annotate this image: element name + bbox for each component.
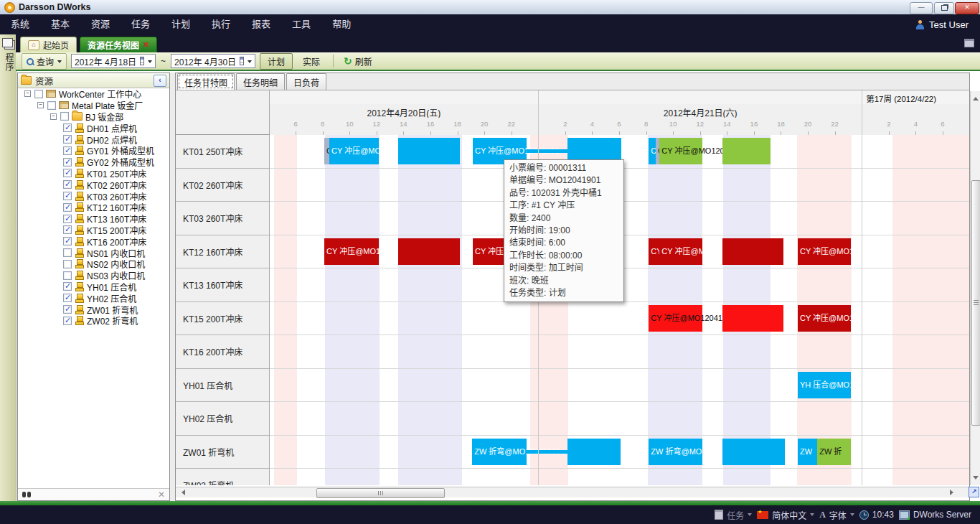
tree-checkbox[interactable] — [63, 215, 72, 223]
vertical-scrollbar-thumb[interactable] — [971, 180, 980, 426]
gantt-row-label-ZW02[interactable]: ZW02 折弯机 — [176, 469, 269, 485]
tree-node[interactable]: −BJ 钣金部 — [18, 111, 169, 123]
task-bar-ZW01[interactable] — [527, 450, 567, 454]
task-bar-KT01[interactable]: CY 冲压@MO12041901 — [329, 138, 379, 164]
tree-node[interactable]: NS01 内收口机 — [18, 247, 169, 258]
tab-close-icon[interactable]: ✕ — [143, 40, 149, 50]
task-bar-ZW01[interactable] — [722, 439, 785, 465]
find-icon[interactable] — [22, 492, 31, 497]
gantt-tab-日负荷[interactable]: 日负荷 — [286, 73, 326, 90]
gantt-row-label-ZW01[interactable]: ZW01 折弯机 — [176, 436, 269, 469]
scroll-up-icon[interactable] — [973, 94, 979, 100]
status-language-menu[interactable]: 简体中文 — [757, 509, 814, 521]
tree-node[interactable]: KT13 160T冲床 — [18, 213, 169, 225]
close-icon[interactable]: ✕ — [158, 490, 165, 500]
task-bar-KT12[interactable] — [398, 238, 460, 265]
tree-node[interactable]: KT02 260T冲床 — [18, 179, 169, 190]
tree-node[interactable]: NS02 内收口机 — [18, 258, 169, 270]
tree-node[interactable]: KT16 200T冲床 — [18, 235, 169, 247]
task-bar-YH01[interactable]: YH 压合@MO1 — [798, 372, 851, 398]
tree-node[interactable]: ZW02 折弯机 — [18, 315, 169, 327]
menu-item-执行[interactable]: 执行 — [201, 14, 241, 34]
task-bar-KT01[interactable] — [398, 138, 460, 164]
tree-expander-icon[interactable]: − — [24, 90, 31, 97]
tree-node[interactable]: NS03 内收口机 — [18, 270, 169, 281]
user-indicator[interactable]: Test User — [915, 19, 980, 30]
task-bar-ZW01[interactable]: ZW 折弯@MO12041901 — [649, 439, 702, 465]
menu-item-计划[interactable]: 计划 — [161, 14, 201, 34]
task-bar-KT15[interactable] — [722, 305, 783, 332]
tree-node[interactable]: DH02 点焊机 — [18, 134, 169, 145]
tree-node[interactable]: ZW01 折弯机 — [18, 304, 169, 315]
gantt-row-label-YH02[interactable]: YH02 压合机 — [176, 402, 269, 436]
task-bar-KT01[interactable] — [527, 149, 567, 153]
task-bar-KT01[interactable]: CY 冲压@MO12041902 — [659, 138, 702, 164]
tree-checkbox[interactable] — [63, 271, 72, 280]
menu-item-任务[interactable]: 任务 — [121, 14, 161, 34]
tree-checkbox[interactable] — [63, 317, 72, 325]
status-task-menu[interactable]: 任务 — [715, 509, 752, 521]
task-bar-KT01[interactable]: C — [649, 138, 656, 164]
date-from-field[interactable]: 2012年 4月18日 — [71, 54, 156, 68]
tree-checkbox[interactable] — [63, 260, 72, 268]
tree-node[interactable]: −Metal Plate 钣金厂 — [18, 100, 169, 111]
plan-toggle-button[interactable]: 计划 — [260, 53, 293, 70]
menu-item-资源[interactable]: 资源 — [80, 14, 121, 34]
tree-node[interactable]: KT12 160T冲床 — [18, 202, 169, 213]
scroll-right-icon[interactable] — [950, 490, 956, 495]
task-bar-KT12[interactable]: CY 冲压@MO12041904 — [324, 238, 379, 265]
tree-expander-icon[interactable]: − — [50, 113, 57, 120]
gantt-row-label-KT12[interactable]: KT12 160T冲床 — [176, 235, 269, 269]
task-bar-ZW01[interactable]: ZW 折 — [817, 439, 851, 465]
menu-item-系统[interactable]: 系统 — [0, 14, 40, 34]
gantt-row-label-KT13[interactable]: KT13 160T冲床 — [176, 268, 269, 302]
task-bar-ZW01[interactable] — [567, 439, 621, 465]
vertical-scrollbar[interactable] — [970, 91, 980, 485]
task-bar-ZW01[interactable]: ZW — [798, 439, 817, 465]
tree-checkbox[interactable] — [63, 248, 72, 257]
tree-node[interactable]: YH02 压合机 — [18, 292, 169, 304]
tree-checkbox[interactable] — [63, 203, 72, 212]
tree-node[interactable]: GY02 外桶成型机 — [18, 156, 169, 168]
window-list-icon[interactable] — [964, 39, 974, 47]
menu-item-基本[interactable]: 基本 — [40, 14, 80, 34]
scroll-left-icon[interactable] — [179, 490, 185, 495]
tree-checkbox[interactable] — [34, 90, 43, 98]
gantt-row-label-KT15[interactable]: KT15 200T冲床 — [176, 302, 269, 336]
side-dock-label[interactable]: 程序 — [3, 53, 15, 72]
refresh-button[interactable]: ↻ 刷新 — [341, 54, 375, 69]
tree-node[interactable]: KT01 250T冲床 — [18, 168, 169, 179]
task-bar-KT12[interactable]: CY 冲压@MO12041904 — [659, 238, 702, 265]
title-bar[interactable]: Darsson DWorks — ✕ — [0, 0, 980, 15]
tree-expander-icon[interactable]: − — [37, 102, 44, 108]
gantt-row-label-KT01[interactable]: KT01 250T冲床 — [176, 135, 269, 169]
gantt-tab-任务明细[interactable]: 任务明细 — [236, 73, 285, 90]
tree-node[interactable]: GY01 外桶成型机 — [18, 145, 169, 156]
horizontal-scrollbar[interactable] — [176, 487, 969, 497]
task-bar-KT15[interactable]: CY 冲压@MO12041903 — [649, 305, 702, 332]
gantt-row-label-KT03[interactable]: KT03 260T冲床 — [176, 202, 269, 235]
status-font-menu[interactable]: A 字体 — [819, 509, 854, 521]
date-to-field[interactable]: 2012年 4月30日 — [171, 54, 255, 68]
tree-checkbox[interactable] — [63, 282, 72, 291]
tab-home[interactable]: ⌂ 起始页 — [20, 37, 77, 52]
tree-checkbox[interactable] — [60, 112, 69, 121]
tree-checkbox[interactable] — [63, 146, 72, 155]
tree-checkbox[interactable] — [63, 192, 72, 200]
tree-checkbox[interactable] — [63, 158, 72, 167]
tree-node[interactable]: YH01 压合机 — [18, 281, 169, 293]
tree-checkbox[interactable] — [63, 294, 72, 302]
tree-checkbox[interactable] — [63, 305, 72, 314]
panels-icon[interactable] — [2, 38, 13, 47]
task-bar-KT01[interactable] — [722, 138, 771, 164]
tree-checkbox[interactable] — [63, 225, 72, 234]
tree-node[interactable]: KT15 200T冲床 — [18, 225, 169, 236]
task-bar-KT12[interactable]: CY 冲压@MO1 — [798, 238, 851, 265]
horizontal-scrollbar-thumb[interactable] — [316, 488, 445, 498]
tree-node[interactable]: DH01 点焊机 — [18, 122, 169, 134]
task-bar-KT12[interactable]: CY 冲 — [649, 238, 659, 265]
task-bar-KT01[interactable]: C — [324, 138, 329, 164]
tree-checkbox[interactable] — [63, 135, 72, 144]
tree-checkbox[interactable] — [47, 101, 56, 110]
collapse-panel-button[interactable]: ‹ — [154, 75, 166, 87]
